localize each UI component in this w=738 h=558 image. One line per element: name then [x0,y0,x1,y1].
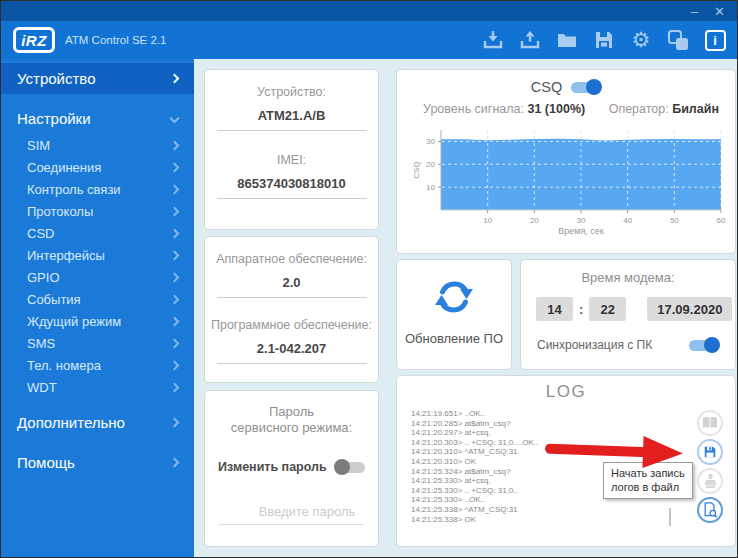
svg-text:20: 20 [426,160,435,169]
save-floppy-icon [703,445,717,459]
sidebar-item-device[interactable]: Устройство [1,63,194,94]
imei-value: 865374030818010 [217,176,367,199]
device-info-panel: Устройство: ATM21.A/B IMEI: 865374030818… [204,69,379,230]
sidebar-item-sim[interactable]: SIM [1,134,194,156]
software-label: Программное обеспечение: [205,318,378,332]
log-line: 14:21:25.338> ^ATM_CSQ:31 [411,505,661,515]
sidebar-item-interfaces[interactable]: Интерфейсы [1,244,194,266]
close-button[interactable]: ✕ [714,5,725,18]
clear-brush-icon [704,474,717,488]
log-record-button[interactable] [697,439,723,465]
search-log-icon [702,502,718,518]
pc-sync-toggle[interactable] [689,340,719,351]
change-password-toggle[interactable] [335,462,365,473]
service-password-panel: Пароль сервисного режима: Изменить парол… [204,390,379,547]
svg-text:30: 30 [426,137,435,146]
chevron-right-icon [170,316,180,326]
change-password-label: Изменить пароль [218,460,327,474]
hours-field[interactable]: 14 [536,297,573,321]
language-switch-icon[interactable] [666,28,690,52]
sidebar-item-label: Настройки [17,110,91,127]
svg-text:10: 10 [483,216,492,225]
sidebar-item-sms[interactable]: SMS [1,332,194,354]
time-separator: : [579,302,583,317]
open-folder-icon[interactable] [555,28,579,52]
sidebar-item-label: Соединения [27,160,101,175]
sidebar-item-wdt[interactable]: WDT [1,376,194,398]
svg-text:Время, сек: Время, сек [558,226,604,236]
software-value: 2.1-042.207 [217,341,367,364]
sidebar-item-label: Контроль связи [27,182,121,197]
versions-panel: Аппаратное обеспечение: 2.0 Программное … [204,236,379,383]
chevron-right-icon [170,418,180,428]
csq-title: CSQ [531,79,562,95]
app-title: ATM Control SE 2.1 [65,34,166,46]
password-input[interactable] [219,504,395,519]
csq-toggle[interactable] [571,82,601,93]
signal-level: Уровень сигнала: 31 (100%) [423,102,585,116]
password-field-wrap [219,502,364,525]
date-field[interactable]: 17.09.2020 [647,297,732,321]
device-label: Устройство: [205,85,378,99]
chevron-down-icon [170,114,180,124]
download-icon[interactable] [481,28,505,52]
book-icon [702,416,718,430]
sidebar-item-label: Помощь [17,454,75,471]
sidebar-item-events[interactable]: События [1,288,194,310]
sidebar-item-help[interactable]: Помощь [1,447,194,478]
main-content: Устройство: ATM21.A/B IMEI: 865374030818… [194,59,738,558]
save-icon[interactable] [592,28,616,52]
svg-text:10: 10 [426,183,435,192]
upload-icon[interactable] [518,28,542,52]
modem-time-title: Время модема: [521,270,735,285]
chevron-right-icon [170,228,180,238]
sidebar-item-gpio[interactable]: GPIO [1,266,194,288]
minimize-button[interactable]: – [691,5,698,18]
sidebar-item-settings[interactable]: Настройки [1,103,194,134]
chevron-right-icon [170,382,180,392]
sidebar-item-advanced[interactable]: Дополнительно [1,407,194,438]
log-clear-button[interactable] [697,468,723,494]
svg-text:50: 50 [670,216,679,225]
sidebar-nav: УстройствоНастройкиSIMСоединенияКонтроль… [1,59,194,558]
modem-time-panel: Время модема: 14 : 22 17.09.2020 Синхрон… [520,259,736,370]
pc-sync-label: Синхронизация с ПК [537,338,652,352]
minutes-field[interactable]: 22 [589,297,626,321]
sidebar-item-connections[interactable]: Соединения [1,156,194,178]
app-window: – ✕ iRZ ATM Control SE 2.1 ⚙ i [0,0,738,558]
sidebar-item-phone-numbers[interactable]: Тел. номера [1,354,194,376]
hardware-value: 2.0 [217,275,367,298]
log-line: 14:21:20.285> at$atm_csq? [411,419,661,429]
chevron-right-icon [170,360,180,370]
chevron-right-icon [170,294,180,304]
irz-logo: iRZ [13,27,55,53]
svg-text:CSQ: CSQ [412,161,421,178]
chevron-right-icon [170,184,180,194]
log-search-button[interactable] [697,497,723,523]
sidebar-item-standby-mode[interactable]: Ждущий режим [1,310,194,332]
log-scrollbar[interactable] [669,508,671,526]
sidebar-item-label: Ждущий режим [27,314,121,329]
sidebar-item-link-control[interactable]: Контроль связи [1,178,194,200]
svg-text:30: 30 [577,216,586,225]
sidebar-item-protocols[interactable]: Протоколы [1,200,194,222]
settings-gear-icon[interactable]: ⚙ [629,28,653,52]
chevron-right-icon [170,74,180,84]
chevron-right-icon [170,206,180,216]
svg-text:40: 40 [623,216,632,225]
info-icon[interactable]: i [703,28,727,52]
csq-panel: CSQ Уровень сигнала: 31 (100%) Оператор:… [396,69,736,254]
toolbar: ⚙ i [481,28,727,52]
log-line: 14:21:19.651> ..OK.. [411,409,661,419]
chevron-right-icon [170,272,180,282]
app-body: УстройствоНастройкиSIMСоединенияКонтроль… [1,59,738,558]
chevron-right-icon [170,140,180,150]
svg-text:60: 60 [717,216,726,225]
device-value: ATM21.A/B [217,108,367,131]
log-read-button[interactable] [697,410,723,436]
log-title: LOG [397,382,735,402]
firmware-update-button[interactable]: Обновление ПО [396,259,512,370]
operator: Оператор: Билайн [609,102,719,116]
sidebar-item-csd[interactable]: CSD [1,222,194,244]
csq-chart: 102030405060102030Время, секCSQ [409,124,731,248]
